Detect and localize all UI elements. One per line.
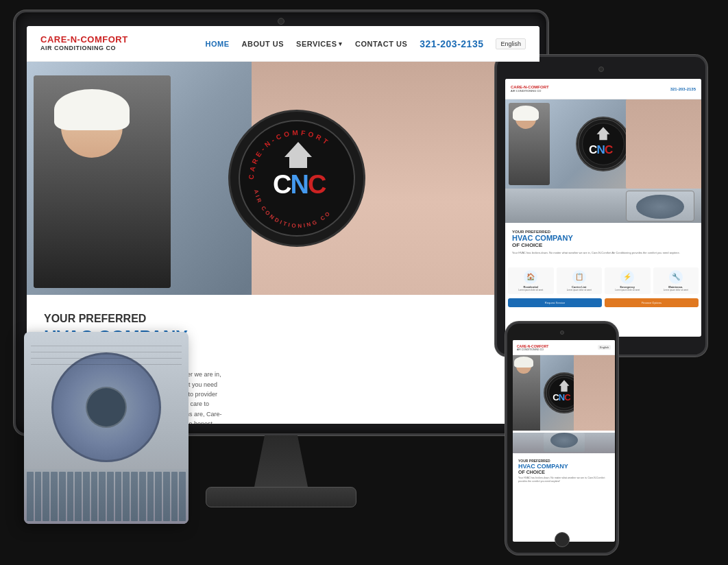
tablet-service-residential: 🏠 Residential Lorem ipsum dolor sit amet	[508, 267, 554, 295]
hero-section: CNC CARE-N-COMFORT AIR CONDITIONING CO	[27, 62, 539, 295]
tablet-screen: CARE-N-COMFORT AIR CONDITIONING CO 321-2…	[505, 79, 701, 337]
tablet-device: CARE-N-COMFORT AIR CONDITIONING CO 321-2…	[495, 55, 707, 357]
tablet-nav-phone: 321-203-2135	[670, 87, 696, 91]
nav-phone[interactable]: 321-203-2135	[420, 38, 483, 49]
tablet-service-text-1: Lorem ipsum dolor sit amet	[511, 289, 551, 292]
content-heading1: YOUR PREFERRED	[44, 312, 222, 325]
tablet-heading3: OF CHOICE	[512, 242, 694, 248]
ac-unit-image	[24, 332, 216, 538]
nav-about[interactable]: ABOUT US	[242, 40, 284, 48]
phone-logo-sub: AIR CONDITIONING CO	[517, 348, 548, 351]
phone-content: YOUR PREFERRED HVAC COMPANY OF CHOICE Yo…	[513, 453, 615, 489]
phone-device: CARE-N-COMFORT AIR CONDITIONING CO Engli…	[505, 322, 618, 555]
tech-helmet	[54, 89, 130, 130]
tablet-paragraph: Your HVAC has broken-down. No matter wha…	[512, 251, 694, 255]
tablet-content: YOUR PREFERRED HVAC COMPANY OF CHOICE Yo…	[505, 223, 701, 262]
phone-home-button	[555, 532, 570, 547]
tablet-service-text-4: Lorem ipsum dolor sit amet	[656, 289, 696, 292]
tablet-service-emergency: ⚡ Emergency Lorem ipsum dolor sit amet	[605, 267, 651, 295]
hero-technician-image	[34, 75, 171, 288]
phone-language[interactable]: English	[598, 345, 611, 350]
phone-hero: CNC	[513, 355, 615, 431]
tablet-hero: CNC	[505, 99, 701, 189]
phone-logo: CARE-N-COMFORT AIR CONDITIONING CO	[517, 344, 548, 351]
chevron-down-icon: ▾	[339, 40, 343, 47]
residential-icon: 🏠	[524, 270, 537, 284]
emergency-icon: ⚡	[620, 270, 634, 284]
tablet-logo-svg: CNC	[577, 117, 629, 171]
phone-heading3: OF CHOICE	[518, 470, 609, 474]
phone-nav: CARE-N-COMFORT AIR CONDITIONING CO Engli…	[513, 340, 615, 355]
tablet-service-text-3: Lorem ipsum dolor sit amet	[607, 289, 648, 292]
nav-language[interactable]: English	[496, 38, 526, 49]
phone-tech-helmet	[514, 357, 533, 368]
ac-fin-group	[24, 469, 189, 524]
ac-grille	[31, 346, 182, 483]
phone-ac-unit	[544, 433, 585, 452]
phone-ac-strip	[513, 433, 615, 453]
monitor-stand-base	[206, 487, 356, 507]
phone-camera	[560, 330, 564, 335]
carrier-icon: 📋	[572, 270, 586, 284]
website-navbar: CARE-N-COMFORT AIR CONDITIONING CO HOME …	[27, 26, 539, 62]
tablet-heading2: HVAC COMPANY	[512, 234, 694, 242]
tablet-services-row: 🏠 Residential Lorem ipsum dolor sit amet…	[505, 267, 701, 295]
tablet-family-image	[626, 99, 701, 189]
tablet-service-maintenance: 🔧 Maintenan. Lorem ipsum dolor sit amet	[653, 267, 699, 295]
tablet-service-carrier: 📋 Carrier List Lorem ipsum dolor sit ame…	[557, 267, 603, 295]
logo-outer-ring: CNC CARE-N-COMFORT AIR CONDITIONING CO	[228, 110, 365, 247]
tablet-nav: CARE-N-COMFORT AIR CONDITIONING CO 321-2…	[505, 79, 701, 99]
phone-heading2: HVAC COMPANY	[518, 463, 609, 470]
tablet-frame: CARE-N-COMFORT AIR CONDITIONING CO 321-2…	[495, 55, 707, 357]
phone-paragraph: Your HVAC has broken-down. No matter wha…	[518, 477, 609, 483]
phone-logo-main: CARE-N-COMFORT	[517, 344, 548, 348]
logo-main-text: CARE-N-COMFORT	[40, 35, 128, 45]
tablet-logo-sub: AIR CONDITIONING CO	[511, 89, 549, 93]
tablet-logo-circle: CNC	[576, 117, 631, 171]
nav-home[interactable]: HOME	[206, 40, 230, 48]
nav-services[interactable]: SERVICES ▾	[296, 40, 343, 48]
ac-body-bottom	[24, 469, 189, 524]
phone-frame: CARE-N-COMFORT AIR CONDITIONING CO Engli…	[505, 322, 618, 555]
tablet-finance-btn[interactable]: Finance Options	[605, 298, 699, 307]
maintenance-icon: 🔧	[669, 270, 683, 284]
svg-text:CNC: CNC	[273, 170, 326, 199]
logo-arc-svg: CNC CARE-N-COMFORT AIR CONDITIONING CO	[240, 121, 355, 237]
tablet-request-service-btn[interactable]: Request Service	[508, 298, 602, 307]
phone-family-image	[574, 355, 615, 431]
tablet-service-title-3: Emergency	[607, 285, 648, 289]
tablet-buttons-row: Request Service Finance Options	[505, 298, 701, 307]
tablet-ac-fan	[636, 195, 684, 219]
tablet-ac-strip	[505, 189, 701, 223]
tablet-logo: CARE-N-COMFORT AIR CONDITIONING CO	[511, 85, 549, 93]
phone-tech-image	[513, 355, 540, 431]
tablet-ac-unit	[626, 191, 694, 221]
tablet-service-title-2: Carrier List	[559, 285, 600, 289]
tablet-service-text-2: Lorem ipsum dolor sit amet	[559, 289, 600, 292]
nav-links: HOME ABOUT US SERVICES ▾ CONTACT US 321-…	[206, 38, 526, 49]
svg-text:CNC: CNC	[589, 143, 613, 156]
phone-ac-fan	[550, 433, 578, 448]
website-logo: CARE-N-COMFORT AIR CONDITIONING CO	[40, 35, 128, 51]
svg-marker-0	[284, 142, 312, 168]
logo-sub-text: AIR CONDITIONING CO	[40, 45, 128, 52]
hero-logo-circle: CNC CARE-N-COMFORT AIR CONDITIONING CO	[228, 110, 365, 247]
tablet-tech-image	[509, 103, 550, 185]
tablet-service-title-4: Maintenan.	[656, 285, 696, 289]
svg-text:CNC: CNC	[553, 392, 571, 402]
tablet-service-title-1: Residential	[511, 285, 551, 289]
scene: CARE-N-COMFORT AIR CONDITIONING CO HOME …	[0, 0, 728, 565]
nav-contact[interactable]: CONTACT US	[355, 40, 407, 48]
tablet-camera	[598, 67, 604, 72]
ac-unit-visual	[24, 332, 189, 524]
phone-screen: CARE-N-COMFORT AIR CONDITIONING CO Engli…	[513, 340, 615, 542]
tablet-tech-helmet	[513, 106, 539, 121]
monitor-camera	[278, 18, 284, 25]
logo-inner-circle: CNC CARE-N-COMFORT AIR CONDITIONING CO	[239, 120, 355, 237]
monitor-stand-neck	[254, 435, 308, 490]
